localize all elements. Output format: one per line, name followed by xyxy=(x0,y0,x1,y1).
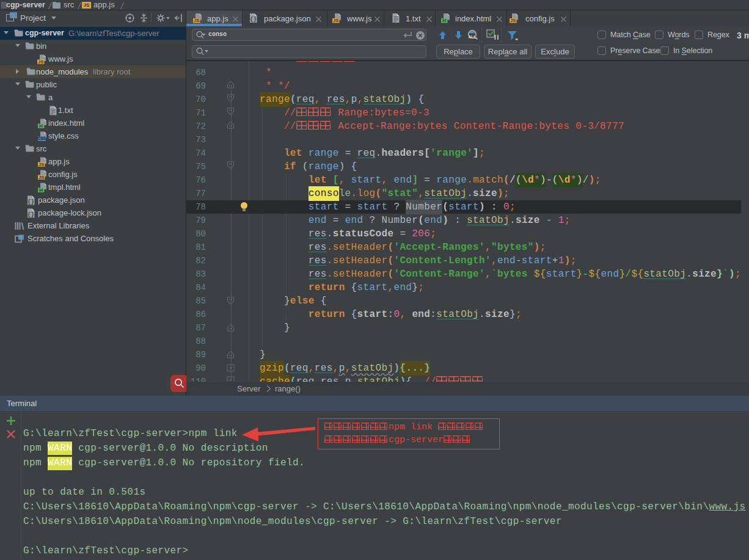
svg-text:ALL: ALL xyxy=(469,35,477,39)
svg-text:H: H xyxy=(39,187,43,192)
svg-text:{}: {} xyxy=(27,199,34,205)
svg-text:JS: JS xyxy=(38,162,44,167)
svg-text:JS: JS xyxy=(333,18,338,23)
svg-text:JS: JS xyxy=(38,175,44,180)
svg-text:JS: JS xyxy=(38,59,43,64)
svg-text:JS: JS xyxy=(510,18,516,23)
svg-text:CSS: CSS xyxy=(38,136,46,140)
svg-text:{}: {} xyxy=(27,212,34,218)
svg-text:H: H xyxy=(442,18,446,23)
svg-text:{}: {} xyxy=(250,16,257,23)
svg-text:JS: JS xyxy=(194,18,199,23)
svg-text:H: H xyxy=(39,123,43,128)
